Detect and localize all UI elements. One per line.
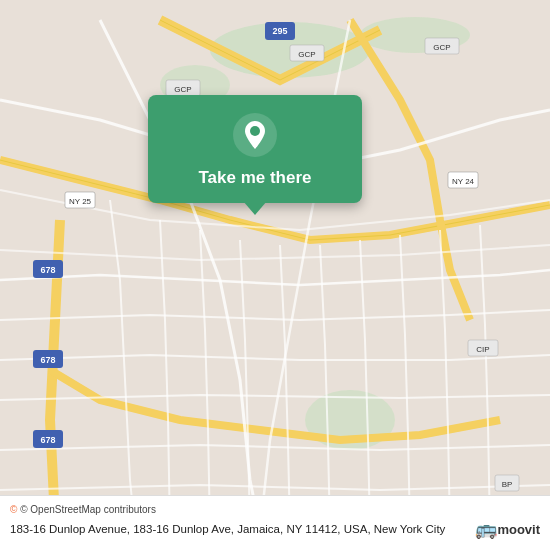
popup-card[interactable]: Take me there (148, 95, 362, 203)
location-pin-icon (233, 113, 277, 157)
svg-text:CIP: CIP (476, 345, 489, 354)
svg-text:GCP: GCP (433, 43, 450, 52)
svg-text:NY 24: NY 24 (452, 177, 475, 186)
osm-attribution: © © OpenStreetMap contributors (10, 504, 540, 515)
svg-text:GCP: GCP (298, 50, 315, 59)
bottom-bar: © © OpenStreetMap contributors 183-16 Du… (0, 495, 550, 550)
svg-text:GCP: GCP (174, 85, 191, 94)
svg-text:678: 678 (40, 265, 55, 275)
popup-label: Take me there (198, 167, 311, 189)
map-container: 295 GCP GCP GCP NY 25 NY 24 678 678 678 … (0, 0, 550, 550)
svg-text:BP: BP (502, 480, 513, 489)
moovit-logo: 🚌 moovit (475, 518, 540, 540)
address-text: 183-16 Dunlop Avenue, 183-16 Dunlop Ave,… (10, 521, 467, 537)
svg-text:678: 678 (40, 355, 55, 365)
moovit-bus-icon: 🚌 (475, 518, 497, 540)
svg-text:295: 295 (272, 26, 287, 36)
address-row: 183-16 Dunlop Avenue, 183-16 Dunlop Ave,… (10, 518, 540, 540)
svg-text:NY 25: NY 25 (69, 197, 92, 206)
svg-point-28 (250, 126, 260, 136)
svg-text:678: 678 (40, 435, 55, 445)
moovit-text: moovit (497, 522, 540, 537)
map-svg: 295 GCP GCP GCP NY 25 NY 24 678 678 678 … (0, 0, 550, 550)
